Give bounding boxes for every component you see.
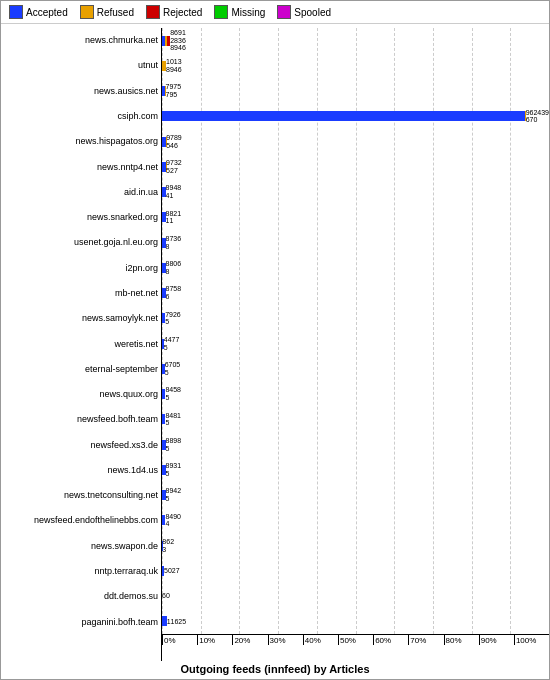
chart-container: AcceptedRefusedRejectedMissingSpooled ne…: [0, 0, 550, 680]
bar-row: 8942 5: [162, 489, 549, 501]
y-label: news.chmurka.net: [1, 36, 158, 45]
bar-numbers: 862 3: [162, 538, 174, 553]
x-tick: 90%: [479, 635, 514, 645]
bar-row: 962439 670: [162, 110, 549, 122]
x-tick: 60%: [373, 635, 408, 645]
bar-numbers: 8898 5: [166, 437, 182, 452]
x-tick: 50%: [338, 635, 373, 645]
x-tick: 70%: [408, 635, 443, 645]
y-label: news.samoylyk.net: [1, 314, 158, 323]
y-axis-labels: news.chmurka.netutnutnews.ausics.netcsip…: [1, 28, 161, 635]
bar-numbers: 4477 5: [164, 336, 180, 351]
legend-item-refused: Refused: [80, 5, 134, 19]
x-tick: 10%: [197, 635, 232, 645]
bar-numbers: 8806 8: [166, 260, 182, 275]
bar-numbers: 8948 41: [166, 184, 182, 199]
bar-numbers: 60: [162, 592, 170, 600]
y-label: csiph.com: [1, 112, 158, 121]
y-label: weretis.net: [1, 340, 158, 349]
bar-row: 8490 4: [162, 514, 549, 526]
bar-numbers: 9789 546: [166, 134, 182, 149]
legend-label-accepted: Accepted: [26, 7, 68, 18]
y-label: aid.in.ua: [1, 188, 158, 197]
bar-numbers: 7926 5: [165, 311, 181, 326]
legend-label-refused: Refused: [97, 7, 134, 18]
bar-row: 8806 8: [162, 262, 549, 274]
x-tick: 20%: [232, 635, 267, 645]
bar-numbers: 8931 5: [166, 462, 182, 477]
bar-row: 8898 5: [162, 439, 549, 451]
legend-item-rejected: Rejected: [146, 5, 202, 19]
bar-row: 8458 5: [162, 388, 549, 400]
legend: AcceptedRefusedRejectedMissingSpooled: [1, 1, 549, 24]
bar-row: 9789 546: [162, 136, 549, 148]
y-label: paganini.bofh.team: [1, 618, 158, 627]
bar-numbers: 11625: [167, 618, 186, 626]
bar-numbers: 8691 2836 8946: [170, 29, 186, 52]
y-label: news.hispagatos.org: [1, 137, 158, 146]
bar-numbers: 8458 5: [165, 386, 181, 401]
x-tick: 80%: [444, 635, 479, 645]
bar-row: 5027: [162, 565, 549, 577]
bar-row: 8691 2836 8946: [162, 35, 549, 47]
x-tick: 0%: [162, 635, 197, 645]
bar-numbers: 8758 6: [166, 285, 182, 300]
y-label: news.tnetconsulting.net: [1, 491, 158, 500]
y-label: news.nntp4.net: [1, 163, 158, 172]
legend-color-refused: [80, 5, 94, 19]
legend-item-missing: Missing: [214, 5, 265, 19]
x-tick: 40%: [303, 635, 338, 645]
y-label: mb-net.net: [1, 289, 158, 298]
y-label: i2pn.org: [1, 264, 158, 273]
bar-row: 7926 5: [162, 312, 549, 324]
bar-row: 6705 5: [162, 363, 549, 375]
y-label: utnut: [1, 61, 158, 70]
legend-label-rejected: Rejected: [163, 7, 202, 18]
bars-area: 8691 2836 89461013 89467975 795962439 67…: [161, 28, 549, 635]
bar-numbers: 8821 11: [166, 210, 182, 225]
bar-row: 8948 41: [162, 186, 549, 198]
y-label: news.swapon.de: [1, 542, 158, 551]
legend-label-spooled: Spooled: [294, 7, 331, 18]
chart-title: Outgoing feeds (innfeed) by Articles: [1, 661, 549, 679]
bar-numbers: 962439 670: [526, 109, 549, 124]
y-label: newsfeed.xs3.de: [1, 441, 158, 450]
bar-numbers: 8942 5: [166, 487, 182, 502]
bar-numbers: 7975 795: [166, 83, 182, 98]
bar-row: 9732 527: [162, 161, 549, 173]
bar-row: 7975 795: [162, 85, 549, 97]
legend-color-missing: [214, 5, 228, 19]
bar-row: 1013 8946: [162, 60, 549, 72]
bar-row: 8481 5: [162, 413, 549, 425]
bar-row: 8821 11: [162, 211, 549, 223]
y-label: news.quux.org: [1, 390, 158, 399]
legend-label-missing: Missing: [231, 7, 265, 18]
legend-item-accepted: Accepted: [9, 5, 68, 19]
legend-item-spooled: Spooled: [277, 5, 331, 19]
legend-color-spooled: [277, 5, 291, 19]
bar-row: 60: [162, 590, 549, 602]
x-axis: 0%10%20%30%40%50%60%70%80%90%100%: [161, 635, 549, 661]
bar-row: 8758 6: [162, 287, 549, 299]
y-label: usenet.goja.nl.eu.org: [1, 238, 158, 247]
x-tick: 100%: [514, 635, 549, 645]
bar-segment-accepted: [162, 111, 525, 121]
y-label: news.1d4.us: [1, 466, 158, 475]
bar-row: 8931 5: [162, 464, 549, 476]
bar-numbers: 1013 8946: [166, 58, 182, 73]
bar-numbers: 8736 8: [166, 235, 182, 250]
y-label: nntp.terraraq.uk: [1, 567, 158, 576]
x-tick: 30%: [268, 635, 303, 645]
y-label: eternal-september: [1, 365, 158, 374]
bar-numbers: 6705 5: [165, 361, 181, 376]
bar-numbers: 8490 4: [165, 513, 181, 528]
bar-row: 4477 5: [162, 338, 549, 350]
y-label: newsfeed.endofthelinebbs.com: [1, 516, 158, 525]
bar-numbers: 9732 527: [166, 159, 182, 174]
legend-color-accepted: [9, 5, 23, 19]
y-label: ddt.demos.su: [1, 592, 158, 601]
bar-row: 11625: [162, 615, 549, 627]
y-label: news.ausics.net: [1, 87, 158, 96]
bar-row: 862 3: [162, 540, 549, 552]
bar-numbers: 8481 5: [165, 412, 181, 427]
